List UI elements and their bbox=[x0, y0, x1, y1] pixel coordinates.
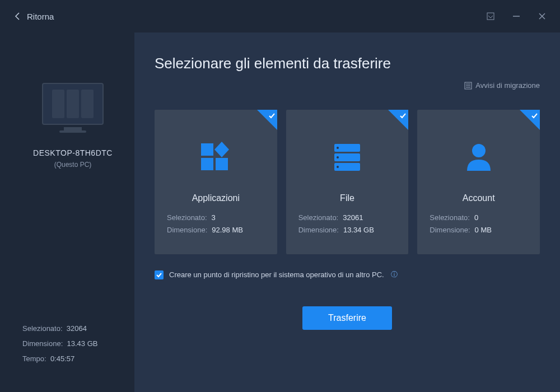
stat-time-value: 0:45:57 bbox=[50, 354, 74, 363]
card-size-value: 13.34 GB bbox=[343, 226, 374, 234]
pc-subtitle: (Questo PC) bbox=[54, 161, 92, 169]
card-selected-label: Selezionato: bbox=[298, 213, 339, 222]
stat-size-value: 13.43 GB bbox=[67, 339, 98, 348]
migration-notice-label: Avvisi di migrazione bbox=[475, 81, 540, 90]
stat-size-label: Dimensione: bbox=[22, 339, 63, 348]
stat-time-label: Tempo: bbox=[22, 354, 46, 363]
arrow-left-icon bbox=[13, 12, 22, 21]
card-size-value: 92.98 MB bbox=[212, 226, 243, 234]
card-selected-value: 3 bbox=[212, 213, 216, 222]
card-selected-label: Selezionato: bbox=[167, 213, 207, 222]
back-label: Ritorna bbox=[27, 12, 54, 21]
card-check-corner bbox=[257, 110, 277, 130]
card-title: File bbox=[340, 193, 354, 203]
card-title: Applicazioni bbox=[192, 193, 240, 203]
page-title: Selezionare gli elementi da trasferire bbox=[155, 55, 540, 72]
check-icon bbox=[156, 272, 162, 278]
migration-notice-link[interactable]: Avvisi di migrazione bbox=[464, 81, 540, 90]
svg-point-18 bbox=[472, 144, 486, 157]
svg-rect-8 bbox=[201, 143, 213, 156]
apps-icon bbox=[198, 130, 234, 183]
transfer-button[interactable]: Trasferire bbox=[302, 306, 392, 330]
card-selected-label: Selezionato: bbox=[430, 213, 470, 222]
card-check-corner bbox=[520, 110, 540, 130]
card-size-label: Dimensione: bbox=[298, 226, 339, 234]
restore-checkbox-label: Creare un punto di ripristino per il sis… bbox=[169, 270, 384, 279]
card-size-value: 0 MB bbox=[475, 226, 492, 234]
card-size-label: Dimensione: bbox=[167, 226, 207, 234]
minimize-window-button[interactable] bbox=[512, 12, 521, 21]
svg-point-16 bbox=[337, 156, 339, 158]
svg-marker-11 bbox=[214, 142, 229, 157]
card-selected-value: 0 bbox=[474, 213, 478, 222]
card-check-corner bbox=[388, 110, 408, 130]
stat-selected-label: Selezionato: bbox=[22, 324, 63, 333]
dropdown-window-button[interactable] bbox=[486, 12, 495, 21]
files-icon bbox=[330, 130, 365, 183]
card-applications[interactable]: Applicazioni Selezionato:3 Dimensione:92… bbox=[155, 110, 277, 254]
card-size-label: Dimensione: bbox=[430, 226, 470, 234]
close-window-button[interactable] bbox=[538, 12, 547, 21]
card-title: Account bbox=[463, 193, 495, 203]
svg-rect-10 bbox=[216, 158, 228, 170]
card-selected-value: 32061 bbox=[343, 213, 363, 222]
back-button[interactable]: Ritorna bbox=[13, 12, 54, 21]
account-icon bbox=[461, 130, 496, 183]
stat-selected-value: 32064 bbox=[67, 324, 87, 333]
list-icon bbox=[464, 82, 472, 90]
svg-rect-9 bbox=[201, 158, 213, 170]
card-files[interactable]: File Selezionato:32061 Dimensione:13.34 … bbox=[286, 110, 409, 254]
svg-rect-0 bbox=[487, 13, 494, 20]
svg-point-15 bbox=[337, 147, 339, 149]
pc-monitor-icon bbox=[42, 83, 104, 125]
card-account[interactable]: Account Selezionato:0 Dimensione:0 MB bbox=[417, 110, 540, 254]
svg-point-17 bbox=[337, 166, 339, 168]
help-icon[interactable]: ⓘ bbox=[391, 270, 398, 279]
restore-checkbox[interactable] bbox=[155, 270, 164, 279]
pc-name: DESKTOP-8TH6DTC bbox=[33, 148, 113, 157]
